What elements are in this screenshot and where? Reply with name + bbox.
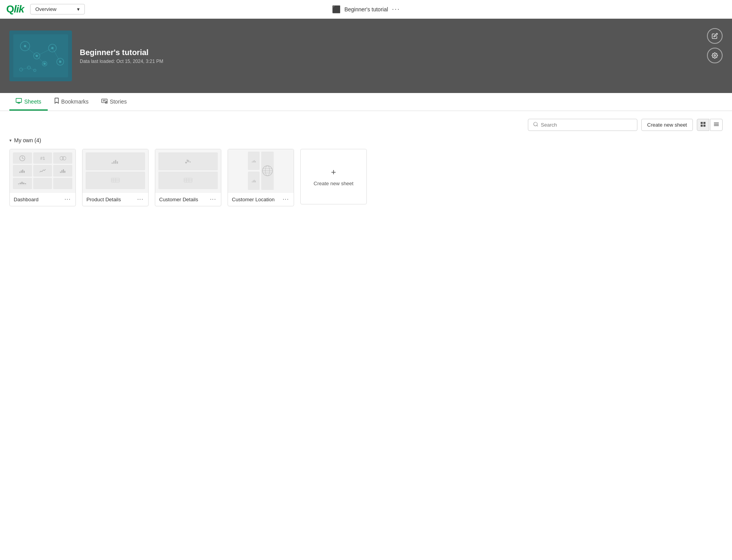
- tab-stories-label: Stories: [110, 98, 127, 105]
- top-navigation: Qlik Overview ▾ ⬛ Beginner's tutorial ··…: [0, 0, 732, 19]
- edit-button[interactable]: [707, 28, 723, 44]
- sheets-tab-icon: [16, 98, 22, 105]
- preview-cell: [158, 172, 218, 190]
- svg-point-29: [534, 122, 537, 126]
- create-new-sheet-card[interactable]: + Create new sheet: [300, 149, 367, 204]
- content-toolbar: Create new sheet: [9, 119, 723, 131]
- preview-cell: [86, 152, 145, 170]
- tab-sheets[interactable]: Sheets: [9, 93, 48, 111]
- sheet-preview-customer-details: [155, 149, 221, 192]
- svg-rect-51: [20, 183, 21, 184]
- preview-cell: [33, 178, 52, 189]
- svg-rect-52: [22, 182, 23, 184]
- list-view-button[interactable]: [710, 119, 723, 131]
- preview-cell: [158, 152, 218, 170]
- svg-rect-45: [60, 172, 61, 173]
- svg-rect-47: [63, 169, 64, 173]
- sheet-card-product-details[interactable]: Product Details ···: [82, 149, 149, 206]
- sheet-footer-customer-details: Customer Details ···: [155, 192, 221, 206]
- svg-rect-73: [252, 161, 252, 162]
- svg-rect-33: [701, 125, 703, 127]
- create-new-sheet-button[interactable]: Create new sheet: [641, 119, 693, 131]
- sheet-card-customer-details[interactable]: Customer Details ···: [155, 149, 221, 206]
- create-new-sheet-label: Create new sheet: [314, 181, 353, 186]
- sheet-footer-customer-location: Customer Location ···: [228, 192, 294, 206]
- nav-overview-label: Overview: [35, 6, 56, 12]
- svg-rect-68: [184, 178, 192, 182]
- sheet-icon: ⬛: [332, 5, 341, 14]
- preview-cell: [53, 165, 72, 176]
- svg-point-40: [62, 156, 66, 160]
- svg-rect-49: [18, 185, 27, 185]
- sheet-name-customer-details: Customer Details: [159, 197, 198, 202]
- svg-rect-23: [18, 102, 20, 103]
- search-box: [528, 119, 637, 131]
- svg-point-13: [43, 63, 46, 65]
- svg-rect-34: [703, 125, 705, 127]
- nav-more-button[interactable]: ···: [392, 5, 400, 13]
- preview-cell: [248, 152, 260, 170]
- sheet-preview-product-details: [83, 149, 148, 192]
- content-area: Create new sheet ▾ My own (4): [0, 111, 732, 214]
- sheet-card-customer-location[interactable]: Customer Location ···: [228, 149, 294, 206]
- sheets-grid: #1: [9, 149, 723, 206]
- svg-marker-28: [106, 102, 107, 103]
- sheet-more-customer-details[interactable]: ···: [209, 196, 217, 203]
- hero-subtitle: Data last loaded: Oct 15, 2024, 3:21 PM: [80, 59, 163, 64]
- sheet-preview-customer-location: [228, 149, 294, 192]
- tab-bookmarks-label: Bookmarks: [61, 98, 89, 105]
- svg-point-66: [190, 161, 191, 163]
- preview-cell-map: [261, 152, 274, 190]
- svg-rect-77: [252, 181, 252, 182]
- preview-cell: [13, 165, 32, 176]
- svg-rect-21: [16, 98, 22, 102]
- svg-rect-46: [61, 170, 62, 173]
- settings-button[interactable]: [707, 48, 723, 63]
- preview-cell: [53, 178, 72, 189]
- svg-rect-41: [20, 172, 20, 173]
- svg-rect-50: [18, 184, 19, 184]
- sheet-more-customer-location[interactable]: ···: [282, 196, 290, 203]
- hero-title: Beginner's tutorial: [80, 48, 163, 57]
- tab-stories[interactable]: Stories: [95, 93, 133, 111]
- svg-rect-59: [111, 178, 120, 182]
- preview-cell: [13, 178, 32, 189]
- svg-rect-57: [115, 160, 116, 164]
- search-input[interactable]: [541, 122, 632, 128]
- svg-rect-78: [253, 180, 253, 182]
- svg-rect-74: [253, 161, 253, 162]
- svg-rect-42: [21, 170, 22, 173]
- svg-point-12: [51, 47, 54, 49]
- preview-cell: [53, 152, 72, 164]
- svg-rect-58: [117, 161, 118, 164]
- svg-line-30: [537, 125, 538, 127]
- nav-overview-dropdown[interactable]: Overview ▾: [30, 4, 85, 14]
- nav-center: ⬛ Beginner's tutorial ···: [332, 5, 400, 14]
- sheet-more-dashboard[interactable]: ···: [64, 196, 72, 203]
- svg-rect-31: [701, 122, 703, 124]
- qlik-logo: Qlik: [6, 3, 24, 15]
- app-thumbnail: [9, 30, 72, 81]
- preview-cell: [86, 172, 145, 190]
- nav-app-title: Beginner's tutorial: [344, 6, 388, 13]
- svg-point-64: [185, 161, 187, 163]
- tab-bookmarks[interactable]: Bookmarks: [48, 93, 95, 111]
- sheet-footer-dashboard: Dashboard ···: [10, 192, 75, 206]
- svg-rect-75: [254, 160, 255, 162]
- svg-point-67: [187, 159, 188, 161]
- svg-rect-79: [254, 180, 255, 182]
- svg-rect-55: [111, 163, 113, 164]
- svg-rect-32: [703, 122, 705, 124]
- svg-point-10: [24, 45, 26, 47]
- sheet-more-product-details[interactable]: ···: [136, 196, 144, 203]
- bookmarks-tab-icon: [54, 98, 59, 105]
- sheet-card-dashboard[interactable]: #1: [9, 149, 76, 206]
- svg-point-20: [714, 55, 716, 56]
- hero-section: Beginner's tutorial Data last loaded: Oc…: [0, 19, 732, 93]
- svg-point-11: [36, 55, 38, 57]
- preview-cell: [248, 172, 260, 190]
- my-own-section-header: ▾ My own (4): [9, 137, 723, 143]
- preview-cell: [13, 152, 32, 164]
- section-collapse-button[interactable]: ▾: [9, 138, 12, 143]
- grid-view-button[interactable]: [697, 119, 709, 131]
